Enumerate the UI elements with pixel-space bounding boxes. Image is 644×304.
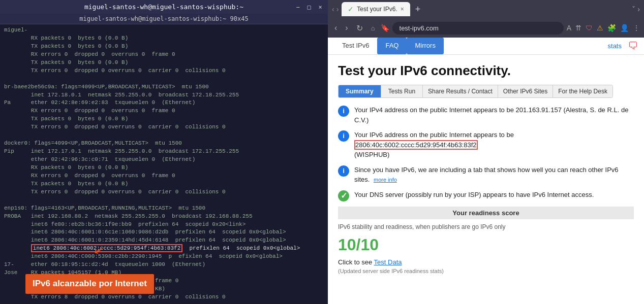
ipv6-annotation-label: IPv6 alcanzable por Internet xyxy=(25,274,154,294)
terminal-title: miguel-santos-wh@miguel-santos-wisphub:~ xyxy=(84,3,243,11)
info-text-ipv4: Your IPv4 address on the public Internet… xyxy=(354,105,634,125)
profile-icon[interactable]: 👤 xyxy=(620,24,629,32)
term-line: TX packets 0 bytes 0 (0.0 B) xyxy=(4,43,324,51)
term-line: TX errors 0 dropped 0 overruns 0 carrier… xyxy=(4,67,324,75)
warning-icon[interactable]: ⚠ xyxy=(597,24,603,32)
back-button[interactable]: ‹ xyxy=(332,22,340,33)
test-data-section: Click to see Test Data xyxy=(338,258,634,266)
tab-close-button[interactable]: × xyxy=(401,6,404,13)
ipv6-highlight-box: inet6 2806:40c:6002:cccc:5d29:954f:4b63:… xyxy=(31,244,182,252)
readiness-bar: Your readiness score xyxy=(338,207,634,219)
terminal-minimize[interactable]: − xyxy=(294,4,301,11)
term-line xyxy=(4,301,324,304)
bookmark-icon[interactable]: 🔖 xyxy=(381,24,389,32)
info-text-ipv6: Your IPv6 address on the public Internet… xyxy=(354,130,514,160)
reload-button[interactable]: ↻ xyxy=(354,22,365,34)
terminal-subtitle: miguel-santos-wh@miguel-santos-wisphub:~… xyxy=(0,14,328,24)
browser-toolbar: ‹ › ↻ ⌂ 🔖 A ⇈ 🛡 ⚠ 🧩 👤 ⋮ xyxy=(328,18,644,38)
home-button[interactable]: ⌂ xyxy=(369,23,378,33)
toolbar-icons: A ⇈ 🛡 ⚠ 🧩 👤 ⋮ xyxy=(567,24,640,32)
translate-button[interactable]: 🗨 xyxy=(628,40,638,52)
share-icon[interactable]: ⇈ xyxy=(575,24,581,32)
back-icon[interactable]: ‹ xyxy=(332,5,334,13)
term-line: TX packets 0 bytes 0 (0.0 B) xyxy=(4,180,324,188)
content-tab-help-desk[interactable]: For the Help Desk xyxy=(553,85,612,97)
site-tab-mirrors[interactable]: Mirrors xyxy=(407,38,443,54)
terminal-maximize[interactable]: □ xyxy=(305,4,313,11)
browser-panel: ‹ › ✓ Test your IPv6. × + ˅ › ‹ › ↻ ⌂ 🔖 … xyxy=(328,0,644,304)
info-icon-ipv4: i xyxy=(338,106,349,117)
browser-titlebar: ‹ › ✓ Test your IPv6. × + ˅ › xyxy=(328,0,644,18)
minimize-icon[interactable]: ˅ xyxy=(632,5,635,13)
test-data-link[interactable]: Test Data xyxy=(374,258,402,266)
info-ipv6: i Your IPv6 address on the public Intern… xyxy=(338,130,634,160)
terminal-body: miguel- RX packets 0 bytes 0 (0.0 B) TX … xyxy=(0,24,328,304)
term-line: RX errors 0 dropped 0 overruns 0 frame 0 xyxy=(4,107,324,115)
content-tab-other-sites[interactable]: Other IPv6 Sites xyxy=(498,85,553,97)
term-line: inet6 2806:40C:C000:5398:c2bb:2290:1945 … xyxy=(4,253,324,261)
term-line: TX packets 0 bytes 0 (0.0 B) xyxy=(4,115,324,123)
term-line: TX errors 8 dropped 0 overruns 0 carrier… xyxy=(4,293,324,301)
content-tab-share[interactable]: Share Results / Contact xyxy=(423,85,498,97)
updated-note: (Updated server side IPv6 readiness stat… xyxy=(338,268,634,274)
readiness-description: IPv6 stability and readiness, when publi… xyxy=(338,223,634,230)
translate-icon[interactable]: A xyxy=(567,24,571,32)
term-line: inet6 fe80::eb2b:bc36:1f9e:bb9 prefixlen… xyxy=(4,221,324,229)
new-tab-button[interactable]: + xyxy=(415,4,421,15)
site-tab-faq[interactable]: FAQ xyxy=(377,38,407,54)
term-line: TX errors 0 dropped 0 overruns 0 carrier… xyxy=(4,188,324,196)
term-line: inet6 2806:40c:6001:0:2359:14hd:45d4:614… xyxy=(4,237,324,245)
term-line: miguel- xyxy=(4,26,324,35)
term-line: 17- ether 60:18:95:1c:d2:4d txqueuelen 1… xyxy=(4,261,324,269)
term-line: inet6 2806:40c:6001:0:6c1e:1060:9086:d2d… xyxy=(4,228,324,237)
more-info-link[interactable]: more info xyxy=(374,177,397,183)
term-line: RX errors 0 dropped 0 overruns 0 frame 0 xyxy=(4,172,324,180)
term-line: docker0: flags=4099<UP,BROADCAST,MULTICA… xyxy=(4,140,324,148)
term-line xyxy=(4,196,324,205)
info-ipv6-tab: i Since you have IPv6, we are including … xyxy=(338,165,634,185)
tab-title: Test your IPv6. xyxy=(357,6,397,13)
content-tabs: Summary Tests Run Share Results / Contac… xyxy=(338,85,613,98)
term-line xyxy=(4,75,324,83)
extensions-icon[interactable]: 🧩 xyxy=(607,24,616,32)
terminal-panel: miguel-santos-wh@miguel-santos-wisphub:~… xyxy=(0,0,328,304)
term-line-highlight: inet6 2806:40c:6002:cccc:5d29:954f:4b63:… xyxy=(4,245,324,253)
term-line: Pip inet 172.17.0.1 netmask 255.255.0.0 … xyxy=(4,148,324,156)
site-tab-test-ipv6[interactable]: Test IPv6 xyxy=(334,38,377,54)
info-icon-dns: ✓ xyxy=(338,190,349,201)
term-line: TX errors 0 dropped 0 overruns 0 carrier… xyxy=(4,123,324,131)
content-tab-summary[interactable]: Summary xyxy=(339,85,381,97)
info-text-dns: Your DNS server (possibly run by your IS… xyxy=(354,190,594,200)
stats-link[interactable]: stats xyxy=(602,38,628,54)
browser-tab[interactable]: ✓ Test your IPv6. × xyxy=(342,2,410,16)
terminal-close[interactable]: × xyxy=(317,4,324,11)
ipv6-address-highlight: 2806:40c:6002:cccc:5d29:954f:4b63:83f2 xyxy=(354,140,478,150)
content-tab-tests-run[interactable]: Tests Run xyxy=(381,85,423,97)
browser-window-controls: ˅ › xyxy=(632,5,640,13)
tab-favicon: ✓ xyxy=(348,5,354,13)
term-line: inet 172.18.0.1 netmask 255.255.0.0 broa… xyxy=(4,91,324,99)
page-title: Test your IPv6 connectivity. xyxy=(338,63,634,79)
info-icon-ipv6-tab: i xyxy=(338,165,349,177)
shield-icon[interactable]: 🛡 xyxy=(586,24,593,32)
menu-icon[interactable]: ⋮ xyxy=(633,24,640,32)
site-tabs-bar: Test IPv6 FAQ Mirrors stats 🗨 xyxy=(328,38,644,55)
info-dns: ✓ Your DNS server (possibly run by your … xyxy=(338,190,634,201)
terminal-controls: − □ × xyxy=(294,4,324,11)
term-line: RX errors 0 dropped 0 overruns 0 frame 0 xyxy=(4,51,324,59)
terminal-titlebar: miguel-santos-wh@miguel-santos-wisphub:~… xyxy=(0,0,328,14)
chevron-right-icon[interactable]: › xyxy=(637,5,640,13)
term-line: br-baee2be56c9a: flags=4099<UP,BROADCAST… xyxy=(4,83,324,91)
term-line: RX packets 0 bytes 0 (0.0 B) xyxy=(4,35,324,43)
url-bar[interactable] xyxy=(392,22,564,35)
term-line: Pa ether 02:42:8e:69:e2:83 txqueuelen 0 … xyxy=(4,99,324,107)
info-ipv4: i Your IPv4 address on the public Intern… xyxy=(338,105,634,125)
forward-button[interactable]: › xyxy=(343,22,350,33)
browser-nav-area: ‹ › xyxy=(332,5,339,13)
term-line: ether 02:42:96:3c:c0:71 txqueuelen 0 (Et… xyxy=(4,156,324,164)
term-line: TX packets 0 bytes 0 (0.0 B) xyxy=(4,59,324,67)
term-line xyxy=(4,131,324,140)
forward-icon[interactable]: › xyxy=(336,5,339,13)
term-line: RX packets 0 bytes 0 (0.0 B) xyxy=(4,164,324,172)
term-line: enp1s0: flags=4163<UP,BROADCAST,RUNNING,… xyxy=(4,205,324,213)
